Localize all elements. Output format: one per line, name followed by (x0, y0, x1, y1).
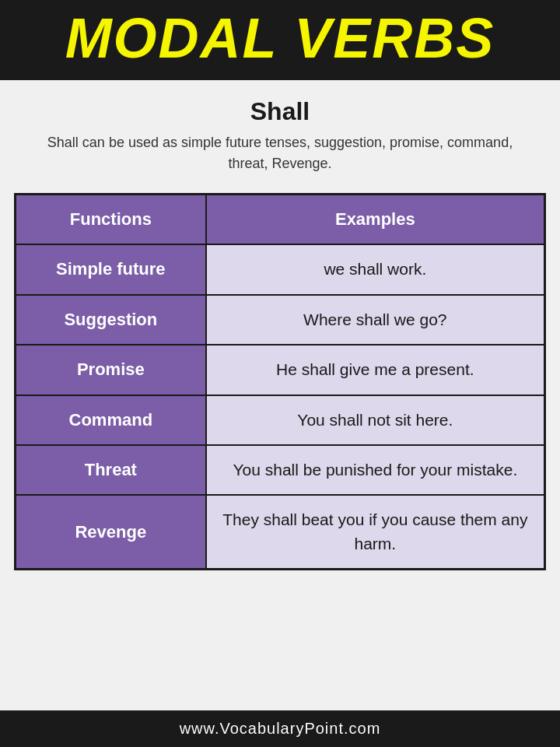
page-title: MODAL VERBS (16, 8, 544, 69)
cell-example-5: They shall beat you if you cause them an… (206, 495, 545, 569)
cell-example-0: we shall work. (206, 244, 545, 294)
table-header-row: Functions Examples (16, 195, 545, 245)
table-row: CommandYou shall not sit here. (16, 395, 545, 445)
table-row: Simple futurewe shall work. (16, 244, 545, 294)
modal-verbs-table: Functions Examples Simple futurewe shall… (14, 193, 546, 570)
column-header-examples: Examples (206, 195, 545, 245)
table-row: SuggestionWhere shall we go? (16, 295, 545, 345)
header: MODAL VERBS (0, 0, 560, 80)
cell-example-2: He shall give me a present. (206, 345, 545, 395)
cell-function-1: Suggestion (16, 295, 206, 345)
table-row: RevengeThey shall beat you if you cause … (16, 495, 545, 569)
intro-description: Shall can be used as simple future tense… (31, 132, 529, 174)
cell-example-4: You shall be punished for your mistake. (206, 445, 545, 495)
cell-example-1: Where shall we go? (206, 295, 545, 345)
cell-function-0: Simple future (16, 244, 206, 294)
cell-function-5: Revenge (16, 495, 206, 569)
footer-text: www.VocabularyPoint.com (9, 720, 551, 738)
table-row: ThreatYou shall be punished for your mis… (16, 445, 545, 495)
footer: www.VocabularyPoint.com (0, 710, 560, 747)
table-row: PromiseHe shall give me a present. (16, 345, 545, 395)
cell-function-3: Command (16, 395, 206, 445)
cell-function-4: Threat (16, 445, 206, 495)
table-container: Functions Examples Simple futurewe shall… (0, 193, 560, 710)
intro-section: Shall Shall can be used as simple future… (0, 80, 560, 188)
column-header-functions: Functions (16, 195, 206, 245)
intro-word: Shall (31, 97, 529, 126)
cell-function-2: Promise (16, 345, 206, 395)
cell-example-3: You shall not sit here. (206, 395, 545, 445)
